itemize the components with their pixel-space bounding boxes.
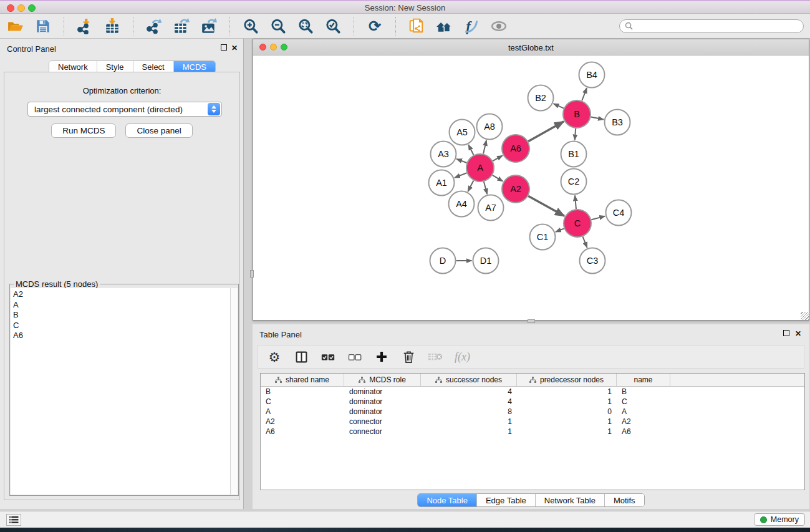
table-row[interactable]: A dominator 8 0 A bbox=[261, 407, 804, 417]
tab-network-table[interactable]: Network Table bbox=[536, 494, 605, 506]
toolbar-separator bbox=[354, 17, 354, 36]
zoom-fit-icon[interactable] bbox=[296, 17, 315, 36]
resize-handle-corner[interactable] bbox=[801, 312, 809, 320]
add-column-icon[interactable] bbox=[374, 349, 389, 364]
toolbar-separator bbox=[64, 17, 64, 36]
graph-edge-A-A4[interactable] bbox=[468, 180, 473, 191]
table-row[interactable]: A2 connector 1 1 A2 bbox=[261, 417, 804, 427]
table-row[interactable]: B dominator 4 1 B bbox=[261, 387, 804, 397]
refresh-icon[interactable]: ⟳ bbox=[365, 17, 384, 36]
close-table-panel-icon[interactable]: ✕ bbox=[795, 330, 801, 337]
graph-node-label-C1: C1 bbox=[537, 232, 549, 242]
export-network-icon[interactable] bbox=[145, 17, 163, 36]
export-table-icon[interactable] bbox=[172, 17, 191, 36]
delete-table-icon[interactable] bbox=[428, 349, 443, 364]
delete-column-icon[interactable] bbox=[401, 349, 416, 364]
home-icon[interactable] bbox=[435, 17, 453, 36]
table-toolbar: ⚙ f(x) bbox=[258, 345, 804, 369]
network-canvas[interactable]: B4B2BB3A8A5A6A3B1AC2A1A2A4A7C4CC1DD1C3 bbox=[253, 56, 809, 320]
graph-node-label-C3: C3 bbox=[587, 256, 599, 266]
search-field[interactable] bbox=[619, 19, 804, 33]
column-header-name[interactable]: name bbox=[617, 374, 670, 386]
graph-edge-A-A3[interactable] bbox=[456, 159, 466, 163]
memory-button[interactable]: Memory bbox=[754, 513, 805, 526]
zoom-in-icon[interactable] bbox=[241, 17, 260, 36]
task-history-button[interactable] bbox=[6, 514, 21, 526]
column-header-predecessor-nodes[interactable]: predecessor nodes bbox=[517, 374, 617, 386]
list-item[interactable]: A6 bbox=[13, 331, 228, 341]
table-cell: dominator bbox=[344, 397, 421, 406]
float-panel-icon[interactable] bbox=[221, 44, 227, 51]
search-input[interactable] bbox=[636, 22, 798, 31]
list-item[interactable]: A bbox=[13, 300, 228, 311]
list-item[interactable]: A2 bbox=[13, 289, 228, 300]
tab-node-table[interactable]: Node Table bbox=[418, 494, 477, 506]
open-session-icon[interactable] bbox=[6, 17, 25, 36]
hide-graphics-icon[interactable]: f bbox=[462, 17, 481, 36]
graph-edge-B-B4[interactable] bbox=[582, 88, 587, 100]
graph-edge-B-B1[interactable] bbox=[575, 128, 576, 140]
gear-icon[interactable]: ⚙ bbox=[267, 349, 282, 364]
select-all-icon[interactable] bbox=[321, 349, 335, 364]
table-cell: dominator bbox=[344, 407, 421, 416]
graph-edge-A-A6[interactable] bbox=[493, 155, 503, 161]
graph-edge-C-C2[interactable] bbox=[575, 195, 576, 209]
network-graph[interactable]: B4B2BB3A8A5A6A3B1AC2A1A2A4A7C4CC1DD1C3 bbox=[253, 56, 809, 320]
graph-node-label-C2: C2 bbox=[568, 177, 580, 186]
graph-edge-B-B2[interactable] bbox=[554, 104, 564, 108]
column-type-icon bbox=[359, 377, 365, 384]
table-cell: A6 bbox=[617, 427, 670, 436]
search-icon bbox=[625, 22, 633, 30]
resize-handle-left[interactable] bbox=[250, 270, 254, 278]
graph-edge-C-C1[interactable] bbox=[556, 228, 564, 231]
graph-edge-A-A5[interactable] bbox=[468, 145, 473, 155]
column-header-mcds-role[interactable]: MCDS role bbox=[344, 374, 421, 386]
table-tabs: Node Table Edge Table Network Table Moti… bbox=[417, 493, 644, 507]
graph-edge-A-A8[interactable] bbox=[483, 140, 486, 154]
zoom-out-icon[interactable] bbox=[269, 17, 287, 36]
graph-node-label-B2: B2 bbox=[535, 93, 546, 103]
graph-node-label-C: C bbox=[574, 218, 581, 228]
float-table-panel-icon[interactable] bbox=[783, 330, 789, 336]
eye-icon[interactable] bbox=[489, 17, 508, 36]
table-header[interactable]: shared name MCDS role successor nodes pr… bbox=[261, 374, 804, 387]
function-builder-icon[interactable]: f(x) bbox=[455, 349, 470, 364]
graph-edge-C-C4[interactable] bbox=[591, 216, 605, 220]
zoom-selected-icon[interactable] bbox=[324, 17, 342, 36]
save-session-icon[interactable] bbox=[34, 17, 52, 36]
graph-edge-C-C3[interactable] bbox=[583, 236, 587, 248]
import-table-icon[interactable] bbox=[103, 17, 122, 36]
graph-edge-A6-B[interactable] bbox=[528, 122, 564, 142]
table-cell: 0 bbox=[517, 407, 617, 416]
close-panel-button[interactable]: Close panel bbox=[125, 123, 192, 138]
run-mcds-button[interactable]: Run MCDS bbox=[51, 123, 116, 138]
graph-edge-A-A7[interactable] bbox=[484, 181, 487, 194]
import-network-icon[interactable] bbox=[75, 17, 94, 36]
result-scrollbar[interactable] bbox=[230, 288, 238, 495]
tab-motifs[interactable]: Motifs bbox=[605, 494, 644, 506]
graph-edge-A-A2[interactable] bbox=[493, 175, 503, 181]
table-row[interactable]: C dominator 4 1 C bbox=[261, 397, 804, 407]
table-row[interactable]: A6 connector 1 1 A6 bbox=[261, 427, 804, 437]
export-image-icon[interactable] bbox=[200, 17, 218, 36]
node-table[interactable]: shared name MCDS role successor nodes pr… bbox=[260, 373, 805, 490]
tab-edge-table[interactable]: Edge Table bbox=[477, 494, 536, 506]
graph-edge-B-B3[interactable] bbox=[591, 117, 604, 120]
network-window-titlebar[interactable]: testGlobe.txt bbox=[253, 39, 809, 56]
graph-edge-A-A1[interactable] bbox=[455, 173, 467, 178]
resize-handle-bottom[interactable] bbox=[528, 319, 535, 323]
graph-edge-A2-C[interactable] bbox=[528, 196, 564, 216]
list-item[interactable]: B bbox=[13, 310, 228, 321]
column-select-icon[interactable] bbox=[294, 349, 309, 364]
graph-node-label-A1: A1 bbox=[436, 178, 447, 188]
table-cell: B bbox=[617, 387, 670, 396]
close-panel-icon[interactable]: ✕ bbox=[231, 44, 238, 52]
optimization-criterion-dropdown[interactable]: largest connected component (directed) bbox=[27, 102, 222, 117]
new-network-from-selection-icon[interactable] bbox=[407, 17, 426, 36]
list-item[interactable]: C bbox=[13, 321, 228, 331]
deselect-all-icon[interactable] bbox=[347, 349, 362, 364]
graph-node-label-A6: A6 bbox=[510, 143, 521, 153]
column-header-shared-name[interactable]: shared name bbox=[261, 374, 344, 386]
column-header-successor-nodes[interactable]: successor nodes bbox=[421, 374, 517, 386]
mcds-result-list[interactable]: A2 A B C A6 bbox=[11, 288, 230, 495]
